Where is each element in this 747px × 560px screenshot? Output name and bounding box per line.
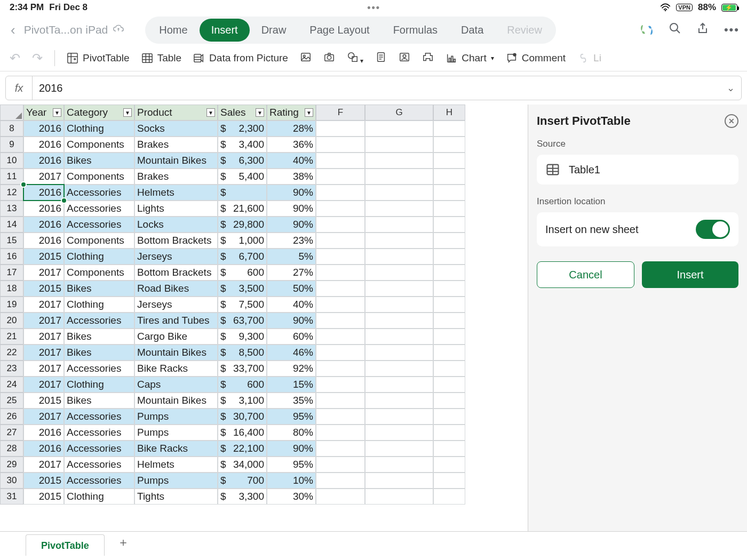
cell-empty[interactable] — [365, 329, 433, 345]
row-header[interactable]: 8 — [0, 121, 23, 137]
cell-product[interactable]: Helmets — [134, 185, 218, 201]
multitask-dots-icon[interactable]: ••• — [367, 2, 380, 13]
col-header-product[interactable]: Product▼ — [134, 105, 218, 121]
forms-icon[interactable] — [375, 51, 387, 65]
cell-empty[interactable] — [316, 137, 365, 153]
cell-category[interactable]: Clothing — [64, 489, 134, 505]
cell-sales[interactable]: $ — [218, 185, 267, 201]
cell-empty[interactable] — [365, 153, 433, 169]
cell-sales[interactable]: $6,300 — [218, 153, 267, 169]
cell-rating[interactable]: 50% — [267, 281, 316, 297]
cell-product[interactable]: Brakes — [134, 137, 218, 153]
cell-empty[interactable] — [433, 409, 465, 425]
cell-year[interactable]: 2016 — [23, 121, 64, 137]
cell-product[interactable]: Jerseys — [134, 297, 218, 313]
row-header[interactable]: 14 — [0, 217, 23, 233]
cell-sales[interactable]: $600 — [218, 265, 267, 281]
cell-product[interactable]: Road Bikes — [134, 281, 218, 297]
cell-product[interactable]: Bottom Brackets — [134, 265, 218, 281]
cell-rating[interactable]: 15% — [267, 377, 316, 393]
undo-icon[interactable]: ↶ — [10, 51, 20, 66]
cell-year[interactable]: 2017 — [23, 265, 64, 281]
col-header-h[interactable]: H — [433, 105, 465, 121]
cell-empty[interactable] — [433, 169, 465, 185]
cell-empty[interactable] — [365, 441, 433, 457]
cell-sales[interactable]: $22,100 — [218, 441, 267, 457]
formula-expand-icon[interactable]: ⌄ — [720, 82, 741, 94]
row-header[interactable]: 17 — [0, 265, 23, 281]
cell-empty[interactable] — [433, 153, 465, 169]
row-header[interactable]: 11 — [0, 169, 23, 185]
cell-empty[interactable] — [316, 185, 365, 201]
cell-category[interactable]: Accessories — [64, 425, 134, 441]
cell-empty[interactable] — [433, 377, 465, 393]
cell-empty[interactable] — [365, 457, 433, 473]
camera-icon[interactable] — [323, 51, 335, 65]
cell-year[interactable]: 2015 — [23, 249, 64, 265]
spreadsheet-grid[interactable]: Year▼Category▼Product▼Sales▼Rating▼FGH82… — [0, 105, 528, 531]
row-header[interactable]: 19 — [0, 297, 23, 313]
cell-sales[interactable]: $600 — [218, 377, 267, 393]
row-header[interactable]: 20 — [0, 313, 23, 329]
filter-drop-icon[interactable]: ▼ — [256, 108, 264, 117]
col-header-f[interactable]: F — [316, 105, 365, 121]
cell-year[interactable]: 2017 — [23, 377, 64, 393]
cell-category[interactable]: Bikes — [64, 329, 134, 345]
tab-review[interactable]: Review — [495, 19, 554, 42]
people-icon[interactable] — [399, 51, 410, 65]
col-header-rating[interactable]: Rating▼ — [267, 105, 316, 121]
cell-empty[interactable] — [316, 393, 365, 409]
cell-empty[interactable] — [433, 473, 465, 489]
cell-empty[interactable] — [433, 265, 465, 281]
cell-rating[interactable]: 28% — [267, 121, 316, 137]
cell-sales[interactable]: $16,400 — [218, 425, 267, 441]
cell-sales[interactable]: $34,000 — [218, 457, 267, 473]
row-header[interactable]: 13 — [0, 201, 23, 217]
cell-year[interactable]: 2017 — [23, 169, 64, 185]
more-icon[interactable]: ••• — [724, 23, 740, 37]
cell-empty[interactable] — [433, 121, 465, 137]
cell-empty[interactable] — [365, 473, 433, 489]
cell-year[interactable]: 2015 — [23, 489, 64, 505]
cell-empty[interactable] — [365, 425, 433, 441]
cell-sales[interactable]: $63,700 — [218, 313, 267, 329]
cell-empty[interactable] — [433, 457, 465, 473]
cell-empty[interactable] — [365, 281, 433, 297]
cell-year[interactable]: 2017 — [23, 409, 64, 425]
cell-year[interactable]: 2015 — [23, 473, 64, 489]
cell-category[interactable]: Accessories — [64, 185, 134, 201]
cell-sales[interactable]: $5,400 — [218, 169, 267, 185]
row-header[interactable]: 10 — [0, 153, 23, 169]
cell-product[interactable]: Mountain Bikes — [134, 345, 218, 361]
cell-category[interactable]: Accessories — [64, 441, 134, 457]
insert-button[interactable]: Insert — [642, 261, 738, 288]
cell-empty[interactable] — [365, 409, 433, 425]
cell-rating[interactable]: 35% — [267, 393, 316, 409]
cell-empty[interactable] — [316, 281, 365, 297]
row-header[interactable]: 15 — [0, 233, 23, 249]
cell-category[interactable]: Components — [64, 169, 134, 185]
addins-icon[interactable] — [422, 51, 434, 65]
cell-empty[interactable] — [316, 361, 365, 377]
cell-sales[interactable]: $3,400 — [218, 137, 267, 153]
cell-rating[interactable]: 36% — [267, 137, 316, 153]
cancel-button[interactable]: Cancel — [537, 261, 634, 288]
cell-empty[interactable] — [365, 297, 433, 313]
cell-empty[interactable] — [316, 313, 365, 329]
cell-empty[interactable] — [316, 217, 365, 233]
cell-rating[interactable]: 60% — [267, 329, 316, 345]
filter-drop-icon[interactable]: ▼ — [53, 108, 61, 117]
col-header-year[interactable]: Year▼ — [23, 105, 64, 121]
cell-rating[interactable]: 5% — [267, 249, 316, 265]
add-sheet-button[interactable]: ＋ — [108, 529, 139, 556]
cell-empty[interactable] — [316, 201, 365, 217]
cell-product[interactable]: Caps — [134, 377, 218, 393]
data-from-picture-button[interactable]: Data from Picture — [193, 52, 288, 64]
cell-empty[interactable] — [316, 249, 365, 265]
cell-sales[interactable]: $1,000 — [218, 233, 267, 249]
row-header[interactable]: 22 — [0, 345, 23, 361]
cell-category[interactable]: Accessories — [64, 473, 134, 489]
cell-year[interactable]: 2016 — [23, 441, 64, 457]
cell-empty[interactable] — [316, 345, 365, 361]
cell-empty[interactable] — [365, 185, 433, 201]
